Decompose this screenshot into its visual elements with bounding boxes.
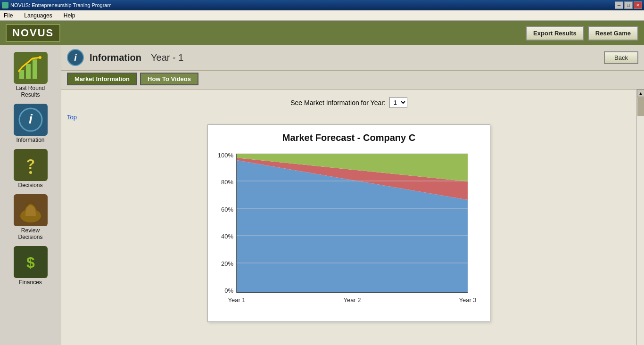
panel-year: Year - 1 bbox=[151, 52, 183, 63]
dollar-icon: $ bbox=[16, 248, 46, 276]
scrollbar-up-button[interactable]: ▲ bbox=[637, 90, 644, 97]
scrollbar-track[interactable] bbox=[637, 97, 644, 345]
information-label: Information bbox=[16, 137, 44, 143]
menu-languages[interactable]: Languages bbox=[22, 11, 54, 20]
svg-rect-2 bbox=[33, 59, 37, 79]
sidebar-item-information[interactable]: i Information bbox=[5, 102, 57, 145]
content-body: See Market Information for Year: 1 2 3 T… bbox=[61, 90, 636, 345]
sidebar-item-review[interactable]: Review Decisions bbox=[5, 192, 57, 242]
svg-text:Year 1: Year 1 bbox=[228, 296, 245, 304]
reset-game-button[interactable]: Reset Game bbox=[588, 26, 638, 41]
info-circle-icon: i bbox=[16, 106, 46, 134]
scrollbar-thumb[interactable] bbox=[637, 97, 644, 116]
title-bar: NOVUS: Entrepreneurship Traning Program … bbox=[0, 0, 644, 10]
svg-text:60%: 60% bbox=[221, 206, 233, 213]
review-label: Review Decisions bbox=[8, 227, 53, 240]
app-body: NOVUS Export Results Reset Game bbox=[0, 21, 644, 345]
chart-title: Market Forecast - Company C bbox=[215, 132, 482, 143]
review-icon bbox=[14, 194, 48, 226]
tab-bar: Market Information How To Videos bbox=[61, 71, 644, 90]
body-with-scrollbar: See Market Information for Year: 1 2 3 T… bbox=[61, 90, 644, 345]
svg-text:80%: 80% bbox=[221, 179, 233, 186]
close-button[interactable]: ✕ bbox=[634, 1, 642, 9]
decisions-label: Decisions bbox=[18, 182, 42, 189]
svg-text:i: i bbox=[29, 112, 33, 126]
logo: NOVUS bbox=[6, 24, 60, 42]
svg-text:20%: 20% bbox=[221, 260, 233, 267]
header-buttons: Export Results Reset Game bbox=[526, 26, 638, 41]
panel-icon-text: i bbox=[74, 52, 77, 63]
finances-icon: $ bbox=[14, 246, 48, 278]
year-selector: See Market Information for Year: 1 2 3 bbox=[67, 93, 631, 114]
menu-file[interactable]: File bbox=[2, 11, 15, 20]
finances-label: Finances bbox=[19, 279, 42, 286]
main-panel: i Information Year - 1 Back Market Infor… bbox=[61, 45, 644, 345]
last-round-icon bbox=[14, 52, 48, 84]
window-controls[interactable]: ─ □ ✕ bbox=[615, 1, 642, 9]
content-area: Last Round Results i Information ? bbox=[0, 45, 644, 345]
svg-text:?: ? bbox=[26, 156, 34, 172]
sidebar: Last Round Results i Information ? bbox=[0, 45, 61, 345]
menu-bar: File Languages Help bbox=[0, 10, 644, 21]
sidebar-item-decisions[interactable]: ? Decisions bbox=[5, 147, 57, 190]
bag-icon bbox=[16, 196, 46, 224]
last-round-label: Last Round Results bbox=[8, 85, 53, 98]
app-icon bbox=[2, 2, 8, 8]
information-icon: i bbox=[14, 104, 48, 136]
back-button[interactable]: Back bbox=[604, 51, 638, 64]
svg-text:40%: 40% bbox=[221, 233, 233, 240]
question-icon: ? bbox=[16, 151, 46, 179]
sidebar-item-last-round[interactable]: Last Round Results bbox=[5, 50, 57, 100]
tab-market-information[interactable]: Market Information bbox=[67, 73, 137, 85]
bar-chart-icon bbox=[16, 54, 46, 82]
svg-text:$: $ bbox=[26, 254, 35, 271]
chart-container: Market Forecast - Company C 100% 80% 60%… bbox=[207, 124, 490, 322]
panel-info-icon: i bbox=[67, 49, 84, 66]
chart-area: 100% 80% 60% 40% 20% 0% bbox=[215, 149, 482, 314]
svg-text:Year 2: Year 2 bbox=[343, 296, 361, 304]
svg-text:0%: 0% bbox=[224, 287, 233, 294]
svg-point-8 bbox=[29, 171, 32, 174]
svg-text:Year 3: Year 3 bbox=[459, 296, 476, 304]
menu-help[interactable]: Help bbox=[62, 11, 77, 20]
panel-title-area: i Information Year - 1 bbox=[67, 49, 183, 66]
svg-point-3 bbox=[39, 56, 41, 59]
window-title: NOVUS: Entrepreneurship Traning Program bbox=[10, 2, 112, 8]
panel-title: Information bbox=[90, 52, 141, 63]
svg-rect-0 bbox=[19, 70, 24, 79]
panel-header: i Information Year - 1 Back bbox=[61, 45, 644, 71]
scrollbar: ▲ ▼ bbox=[636, 90, 644, 345]
year-select-dropdown[interactable]: 1 2 3 bbox=[389, 97, 407, 108]
svg-text:100%: 100% bbox=[218, 152, 234, 159]
tab-how-to-videos[interactable]: How To Videos bbox=[140, 73, 198, 85]
maximize-button[interactable]: □ bbox=[624, 1, 633, 9]
sidebar-item-finances[interactable]: $ Finances bbox=[5, 244, 57, 288]
minimize-button[interactable]: ─ bbox=[615, 1, 623, 9]
decisions-icon: ? bbox=[14, 149, 48, 181]
top-link[interactable]: Top bbox=[67, 114, 631, 121]
export-results-button[interactable]: Export Results bbox=[526, 26, 584, 41]
svg-rect-1 bbox=[26, 64, 31, 79]
year-selector-label: See Market Information for Year: bbox=[290, 99, 386, 107]
market-forecast-chart: 100% 80% 60% 40% 20% 0% bbox=[215, 149, 479, 314]
app-header: NOVUS Export Results Reset Game bbox=[0, 21, 644, 45]
